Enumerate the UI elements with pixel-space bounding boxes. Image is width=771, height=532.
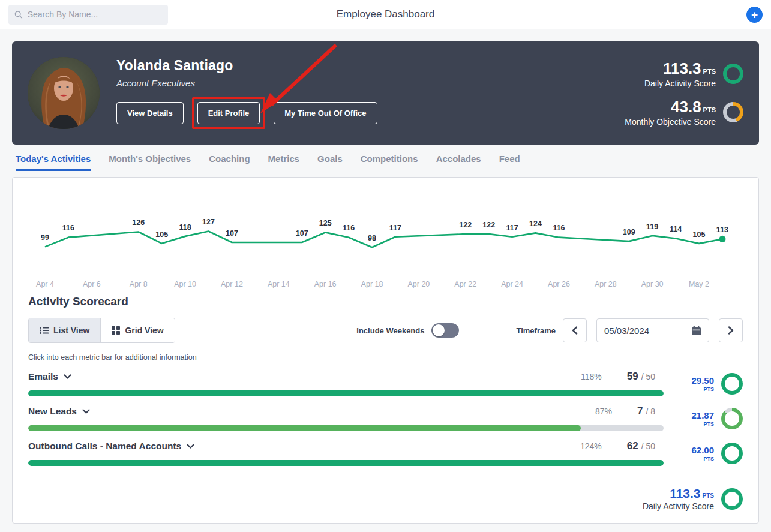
metric-points-value: 21.87 — [691, 410, 714, 420]
svg-text:Apr 8: Apr 8 — [130, 280, 148, 288]
activity-trend-chart[interactable]: 9911612610511812710710712511698117122122… — [28, 188, 743, 291]
daily-score-unit: PTS — [703, 68, 716, 75]
daily-activity-score-text: 113.3PTS Daily Activity Score — [644, 59, 716, 88]
svg-text:107: 107 — [226, 229, 238, 238]
tab-feed[interactable]: Feed — [499, 154, 520, 171]
svg-text:107: 107 — [296, 229, 308, 238]
metric-ring — [721, 373, 743, 395]
metric-row-emails: Emails 118% 59/ 50 29.50PTS — [28, 362, 743, 396]
svg-text:126: 126 — [132, 218, 145, 227]
metric-points-unit: PTS — [691, 421, 714, 427]
metric-label-outbound-calls[interactable]: Outbound Calls - Named Accounts — [28, 441, 194, 452]
profile-scores: 113.3PTS Daily Activity Score 43.8PTS Mo… — [625, 59, 743, 127]
profile-header-card: Yolanda Santiago Account Executives View… — [12, 41, 759, 145]
grid-view-button[interactable]: Grid View — [100, 318, 174, 342]
list-view-label: List View — [53, 326, 89, 335]
page-content: Yolanda Santiago Account Executives View… — [0, 29, 771, 524]
metric-points: 29.50PTS — [664, 373, 743, 395]
monthly-objective-score-text: 43.8PTS Monthly Objective Score — [625, 98, 716, 127]
scorecard-helper-text: Click into each metric bar for additiona… — [28, 353, 743, 362]
metric-points: 62.00PTS — [664, 443, 743, 464]
top-bar: Employee Dashboard + — [0, 0, 771, 29]
my-time-out-of-office-button[interactable]: My Time Out Of Office — [274, 102, 377, 124]
metric-label-text: Outbound Calls - Named Accounts — [28, 441, 181, 452]
svg-text:124: 124 — [529, 220, 542, 228]
metric-points-unit: PTS — [691, 456, 714, 462]
svg-text:109: 109 — [623, 228, 635, 236]
timeframe-date-input[interactable]: 05/03/2024 — [596, 318, 709, 342]
metric-row-outbound-calls: Outbound Calls - Named Accounts 124% 62/… — [28, 431, 743, 466]
timeframe-prev-button[interactable] — [563, 318, 587, 342]
svg-text:Apr 16: Apr 16 — [314, 280, 337, 288]
search-box[interactable] — [8, 5, 168, 25]
svg-text:98: 98 — [368, 234, 376, 242]
tab-months-objectives[interactable]: Month's Objectives — [109, 154, 191, 171]
timeframe-date-value: 05/03/2024 — [604, 326, 686, 336]
metric-main: Emails 118% 59/ 50 — [28, 371, 664, 396]
profile-info: Yolanda Santiago Account Executives View… — [116, 58, 625, 129]
view-toggle: List View Grid View — [28, 318, 175, 343]
svg-text:117: 117 — [506, 223, 518, 232]
metric-percent: 87% — [595, 407, 612, 416]
daily-score-label: Daily Activity Score — [644, 79, 716, 88]
metric-ring — [721, 443, 743, 464]
metric-row-new-leads: New Leads 87% 7/ 8 21.87PTS — [28, 396, 743, 431]
edit-profile-button[interactable]: Edit Profile — [197, 102, 260, 124]
view-details-button[interactable]: View Details — [116, 102, 184, 124]
grid-view-label: Grid View — [125, 326, 163, 335]
metric-points-unit: PTS — [691, 386, 714, 392]
svg-text:Apr 12: Apr 12 — [221, 280, 243, 288]
metric-value: 7/ 8 — [637, 405, 655, 417]
svg-text:Apr 24: Apr 24 — [501, 280, 523, 288]
tab-competitions[interactable]: Competitions — [361, 154, 418, 171]
metric-value: 62/ 50 — [627, 440, 655, 452]
scorecard-controls: List View Grid View Include Weekends Tim… — [28, 318, 743, 343]
metric-percent: 124% — [580, 441, 602, 451]
svg-text:Apr 14: Apr 14 — [268, 280, 290, 288]
metric-label-emails[interactable]: Emails — [28, 371, 71, 382]
tab-todays-activities[interactable]: Today's Activities — [16, 154, 91, 171]
search-input[interactable] — [28, 10, 162, 19]
tab-bar: Today's Activities Month's Objectives Co… — [12, 145, 759, 171]
employee-name: Yolanda Santiago — [116, 58, 625, 74]
metric-label-text: New Leads — [28, 406, 77, 417]
monthly-score-ring — [723, 102, 743, 122]
grid-icon — [112, 326, 120, 335]
metric-progress-fill — [28, 425, 581, 431]
toggle-knob — [433, 324, 445, 336]
annotation-highlight-box: Edit Profile — [192, 97, 266, 129]
tab-goals[interactable]: Goals — [317, 154, 343, 171]
svg-text:Apr 26: Apr 26 — [548, 280, 570, 288]
metric-target: / 8 — [646, 407, 655, 416]
svg-text:122: 122 — [459, 221, 472, 229]
metric-progress-bar[interactable] — [28, 460, 664, 466]
metric-points-value: 62.00 — [691, 445, 714, 455]
svg-text:117: 117 — [389, 223, 401, 232]
include-weekends-toggle[interactable] — [431, 323, 459, 338]
calendar-icon — [691, 326, 701, 336]
svg-text:Apr 20: Apr 20 — [407, 280, 430, 288]
metric-label-new-leads[interactable]: New Leads — [28, 406, 90, 417]
total-score-unit: PTS — [703, 492, 714, 499]
svg-text:Apr 4: Apr 4 — [36, 280, 54, 288]
tab-coaching[interactable]: Coaching — [209, 154, 250, 171]
metric-progress-bar[interactable] — [28, 390, 664, 396]
search-icon — [14, 10, 23, 19]
svg-text:114: 114 — [670, 225, 682, 233]
tab-accolades[interactable]: Accolades — [436, 154, 481, 171]
tab-metrics[interactable]: Metrics — [268, 154, 300, 171]
metric-target: / 50 — [641, 441, 655, 451]
metric-progress-bar[interactable] — [28, 425, 664, 431]
chevron-down-icon — [64, 374, 71, 379]
profile-buttons: View Details Edit Profile My Time Out Of… — [116, 97, 625, 129]
total-score-ring — [721, 488, 743, 510]
timeframe-label: Timeframe — [516, 326, 556, 335]
svg-text:Apr 10: Apr 10 — [174, 280, 196, 288]
add-button[interactable]: + — [746, 7, 763, 23]
timeframe-next-button[interactable] — [719, 318, 743, 342]
scorecard-title: Activity Scorecard — [28, 295, 743, 308]
avatar-portrait — [28, 57, 100, 129]
metric-label-text: Emails — [28, 371, 58, 382]
svg-text:116: 116 — [62, 224, 74, 232]
list-view-button[interactable]: List View — [29, 318, 100, 342]
